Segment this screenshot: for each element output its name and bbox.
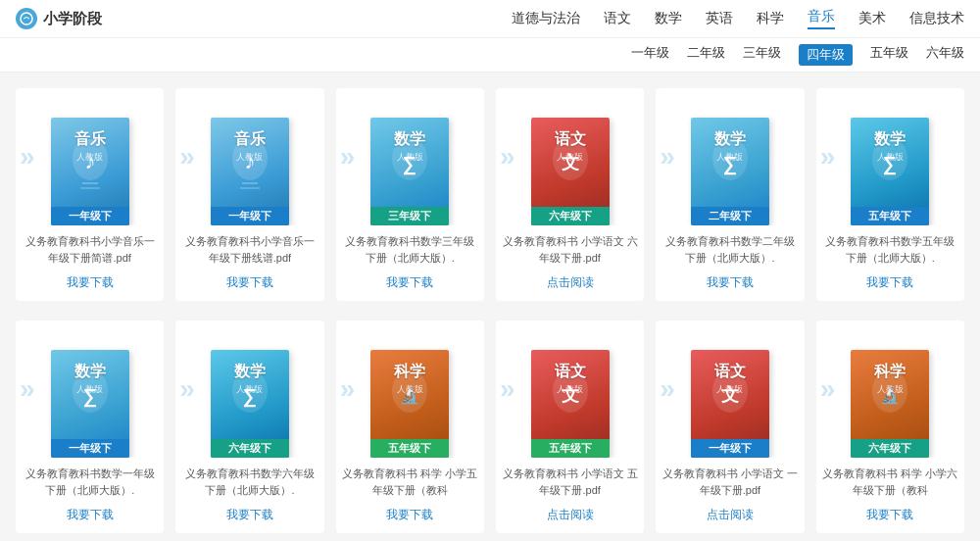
sub-nav-item-一年级[interactable]: 一年级 xyxy=(631,44,669,66)
book-cover-wrap: »语文人教版 文 五年级下 xyxy=(496,320,644,458)
book-cover-wrap: »数学人教版 ∑ 六年级下 xyxy=(175,320,323,458)
grade-badge: 五年级下 xyxy=(370,439,449,458)
book-image: 音乐人教版 ♪ 一年级下 xyxy=(211,118,289,225)
book-description: 义务教育教科书数学一年级下册（北师大版）. xyxy=(16,458,164,505)
svg-text:🔬: 🔬 xyxy=(400,386,419,405)
book-cover-wrap: »科学人教版 🔬 五年级下 xyxy=(336,320,484,458)
nav-item-道德与法治[interactable]: 道德与法治 xyxy=(512,10,580,27)
nav-item-数学[interactable]: 数学 xyxy=(655,10,682,27)
download-button[interactable]: 我要下载 xyxy=(386,274,433,291)
sub-nav: 一年级二年级三年级四年级五年级六年级 xyxy=(0,38,980,73)
grade-badge: 二年级下 xyxy=(691,207,769,225)
book-card: »语文人教版 文 五年级下义务教育教科书 小学语文 五年级下册.pdf点击阅读 xyxy=(496,320,644,533)
book-card: »语文人教版 文 六年级下义务教育教科书 小学语文 六年级下册.pdf点击阅读 xyxy=(496,88,644,301)
book-card: »数学人教版 ∑ 六年级下义务教育教科书数学六年级下册（北师大版）.我要下载 xyxy=(175,320,323,533)
book-arrow-icon: » xyxy=(340,373,356,405)
sub-nav-item-六年级[interactable]: 六年级 xyxy=(926,44,964,66)
grade-badge: 一年级下 xyxy=(51,207,129,225)
svg-text:🔬: 🔬 xyxy=(880,386,900,405)
book-image: 科学人教版 🔬 五年级下 xyxy=(370,350,449,458)
nav-item-信息技术[interactable]: 信息技术 xyxy=(909,10,964,27)
download-button[interactable]: 我要下载 xyxy=(226,507,273,523)
sub-nav-item-五年级[interactable]: 五年级 xyxy=(870,44,908,66)
book-card: »数学人教版 ∑ 五年级下义务教育教科书数学五年级下册（北师大版）.我要下载 xyxy=(816,88,964,301)
book-image: 数学人教版 ∑ 五年级下 xyxy=(851,118,929,225)
sub-nav-item-三年级[interactable]: 三年级 xyxy=(743,44,781,66)
read-button[interactable]: 点击阅读 xyxy=(547,507,594,523)
book-image: 语文人教版 文 一年级下 xyxy=(691,350,769,458)
book-description: 义务教育教科书数学二年级下册（北师大版）. xyxy=(656,225,804,272)
book-arrow-icon: » xyxy=(500,373,515,405)
book-arrow-icon: » xyxy=(20,373,35,405)
download-button[interactable]: 我要下载 xyxy=(67,274,114,291)
book-card: »语文人教版 文 一年级下义务教育教科书 小学语文 一年级下册.pdf点击阅读 xyxy=(656,320,804,533)
book-cover-wrap: »数学人教版 ∑ 一年级下 xyxy=(16,320,164,458)
svg-text:∑: ∑ xyxy=(83,385,97,408)
book-image: 语文人教版 文 六年级下 xyxy=(531,118,610,225)
read-button[interactable]: 点击阅读 xyxy=(547,274,594,291)
book-arrow-icon: » xyxy=(179,373,195,405)
book-description: 义务教育教科书小学音乐一年级下册线谱.pdf xyxy=(175,225,323,272)
download-button[interactable]: 我要下载 xyxy=(707,274,754,291)
svg-text:♪: ♪ xyxy=(244,149,255,173)
logo: 小学阶段 xyxy=(16,8,102,29)
book-arrow-icon: » xyxy=(820,141,836,172)
book-card: »科学人教版 🔬 六年级下义务教育教科书 科学 小学六年级下册（教科我要下载 xyxy=(816,320,964,533)
book-card: »科学人教版 🔬 五年级下义务教育教科书 科学 小学五年级下册（教科我要下载 xyxy=(336,320,484,533)
book-description: 义务教育教科书数学六年级下册（北师大版）. xyxy=(175,458,323,505)
grade-badge: 一年级下 xyxy=(211,207,289,225)
books-grid: »音乐人教版 ♪ 一年级下义务教育教科书小学音乐一年级下册简谱.pdf我要下载»… xyxy=(16,88,964,533)
svg-text:文: 文 xyxy=(562,385,579,405)
book-image: 数学人教版 ∑ 六年级下 xyxy=(211,350,289,458)
main-nav: 道德与法治语文数学英语科学音乐美术信息技术 xyxy=(512,8,964,29)
svg-text:∑: ∑ xyxy=(243,385,257,408)
book-card: »音乐人教版 ♪ 一年级下义务教育教科书小学音乐一年级下册简谱.pdf我要下载 xyxy=(16,88,164,301)
svg-text:∑: ∑ xyxy=(883,153,897,175)
svg-text:∑: ∑ xyxy=(723,153,737,175)
grade-badge: 六年级下 xyxy=(531,207,610,225)
book-arrow-icon: » xyxy=(820,373,836,405)
download-button[interactable]: 我要下载 xyxy=(226,274,273,291)
grade-badge: 一年级下 xyxy=(691,439,769,458)
download-button[interactable]: 我要下载 xyxy=(386,507,433,523)
book-card: »数学人教版 ∑ 一年级下义务教育教科书数学一年级下册（北师大版）.我要下载 xyxy=(16,320,164,533)
book-image: 科学人教版 🔬 六年级下 xyxy=(851,350,929,458)
read-button[interactable]: 点击阅读 xyxy=(707,507,754,523)
book-cover-wrap: »音乐人教版 ♪ 一年级下 xyxy=(16,88,164,225)
book-image: 数学人教版 ∑ 三年级下 xyxy=(370,118,449,225)
nav-item-英语[interactable]: 英语 xyxy=(706,10,733,27)
grade-badge: 五年级下 xyxy=(531,439,610,458)
book-arrow-icon: » xyxy=(20,141,35,172)
book-cover-wrap: »数学人教版 ∑ 二年级下 xyxy=(656,88,804,225)
book-description: 义务教育教科书 科学 小学六年级下册（教科 xyxy=(816,458,964,505)
grade-badge: 六年级下 xyxy=(211,439,289,458)
book-arrow-icon: » xyxy=(660,373,675,405)
book-cover-wrap: »科学人教版 🔬 六年级下 xyxy=(816,320,964,458)
book-image: 数学人教版 ∑ 一年级下 xyxy=(51,350,129,458)
book-cover-wrap: »数学人教版 ∑ 五年级下 xyxy=(816,88,964,225)
sub-nav-item-二年级[interactable]: 二年级 xyxy=(687,44,725,66)
book-description: 义务教育教科书 小学语文 六年级下册.pdf xyxy=(496,225,644,272)
book-cover-wrap: »数学人教版 ∑ 三年级下 xyxy=(336,88,484,225)
book-description: 义务教育教科书小学音乐一年级下册简谱.pdf xyxy=(16,225,164,272)
grade-badge: 五年级下 xyxy=(851,207,929,225)
sub-nav-item-四年级[interactable]: 四年级 xyxy=(799,44,853,66)
book-arrow-icon: » xyxy=(660,141,675,172)
download-button[interactable]: 我要下载 xyxy=(866,274,913,291)
grade-badge: 三年级下 xyxy=(370,207,449,225)
book-card: »数学人教版 ∑ 二年级下义务教育教科书数学二年级下册（北师大版）.我要下载 xyxy=(656,88,804,301)
book-description: 义务教育教科书数学三年级下册（北师大版）. xyxy=(336,225,484,272)
book-image: 音乐人教版 ♪ 一年级下 xyxy=(51,118,129,225)
nav-item-音乐[interactable]: 音乐 xyxy=(808,8,835,29)
book-description: 义务教育教科书 小学语文 五年级下册.pdf xyxy=(496,458,644,505)
download-button[interactable]: 我要下载 xyxy=(866,507,913,523)
book-description: 义务教育教科书 小学语文 一年级下册.pdf xyxy=(656,458,804,505)
download-button[interactable]: 我要下载 xyxy=(67,507,114,523)
svg-point-0 xyxy=(21,13,32,25)
nav-item-美术[interactable]: 美术 xyxy=(858,10,886,27)
book-cover-wrap: »语文人教版 文 六年级下 xyxy=(496,88,644,225)
nav-item-语文[interactable]: 语文 xyxy=(604,10,631,27)
nav-item-科学[interactable]: 科学 xyxy=(757,10,784,27)
svg-text:文: 文 xyxy=(562,153,579,172)
book-arrow-icon: » xyxy=(340,141,356,172)
